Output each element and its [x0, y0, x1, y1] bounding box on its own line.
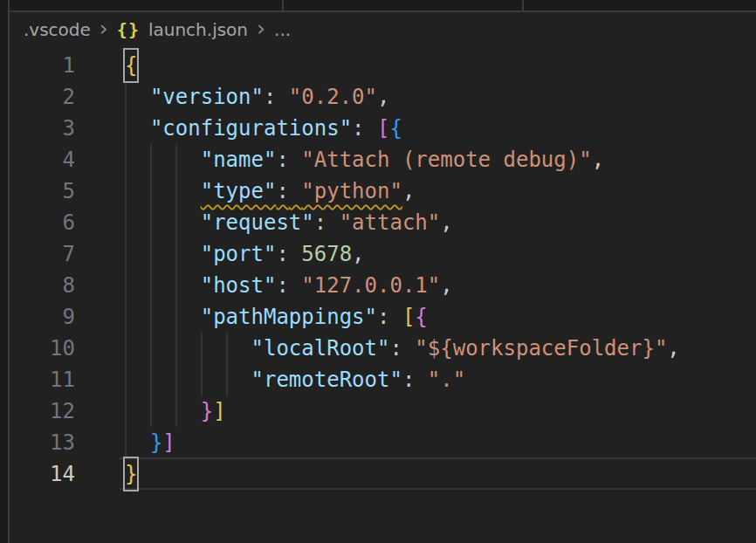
code-text: }] — [125, 427, 175, 458]
vscode-window: .vscode › {} launch.json › ... 1{2 "vers… — [0, 0, 756, 543]
code-text: "request": "attach", — [125, 207, 453, 238]
code-text: "name": "Attach (remote debug)", — [125, 144, 604, 175]
code-text: "version": "0.2.0", — [125, 81, 389, 113]
line-number[interactable]: 6 — [10, 207, 75, 238]
line-number[interactable]: 2 — [10, 81, 75, 113]
line-number[interactable]: 10 — [10, 333, 75, 364]
code-line[interactable]: 13 }] — [10, 427, 756, 458]
matched-bracket: } — [125, 458, 137, 490]
warning-squiggle: "type": "python" — [201, 179, 402, 203]
code-line[interactable]: 11 "remoteRoot": "." — [10, 364, 756, 395]
line-number[interactable]: 11 — [10, 364, 75, 395]
code-text: "configurations": [{ — [125, 113, 402, 144]
code-line[interactable]: 1{ — [10, 50, 756, 81]
code-text: } — [125, 458, 137, 490]
code-line[interactable]: 10 "localRoot": "${workspaceFolder}", — [10, 333, 756, 364]
line-number[interactable]: 14 — [10, 458, 75, 490]
code-line[interactable]: 9 "pathMappings": [{ — [10, 301, 756, 333]
line-number[interactable]: 12 — [10, 395, 75, 427]
line-number[interactable]: 13 — [10, 427, 75, 458]
line-number[interactable]: 7 — [10, 238, 75, 270]
line-number[interactable]: 5 — [10, 175, 75, 207]
code-text: { — [125, 50, 137, 81]
line-number[interactable]: 8 — [10, 270, 75, 301]
line-number[interactable]: 4 — [10, 144, 75, 175]
code-text: "type": "python", — [125, 175, 415, 207]
code-line[interactable]: 3 "configurations": [{ — [10, 113, 756, 144]
line-number[interactable]: 3 — [10, 113, 75, 144]
line-number[interactable]: 1 — [10, 50, 75, 81]
line-number[interactable]: 9 — [10, 301, 75, 333]
matched-bracket: { — [125, 50, 137, 81]
code-text: "localRoot": "${workspaceFolder}", — [125, 333, 680, 364]
code-line[interactable]: 12 }] — [10, 395, 756, 427]
code-line[interactable]: 2 "version": "0.2.0", — [10, 81, 756, 113]
code-line[interactable]: 6 "request": "attach", — [10, 207, 756, 238]
code-text: }] — [125, 395, 226, 427]
code-line[interactable]: 4 "name": "Attach (remote debug)", — [10, 144, 756, 175]
code-line[interactable]: 14} — [10, 458, 756, 490]
code-text: "pathMappings": [{ — [125, 301, 428, 333]
code-line[interactable]: 5 "type": "python", — [10, 175, 756, 207]
code-line[interactable]: 8 "host": "127.0.0.1", — [10, 270, 756, 301]
code-text: "port": 5678, — [125, 238, 365, 270]
code-text: "host": "127.0.0.1", — [125, 270, 453, 301]
code-line[interactable]: 7 "port": 5678, — [10, 238, 756, 270]
code-text: "remoteRoot": "." — [125, 364, 465, 395]
code-editor[interactable]: 1{2 "version": "0.2.0",3 "configurations… — [0, 0, 756, 543]
